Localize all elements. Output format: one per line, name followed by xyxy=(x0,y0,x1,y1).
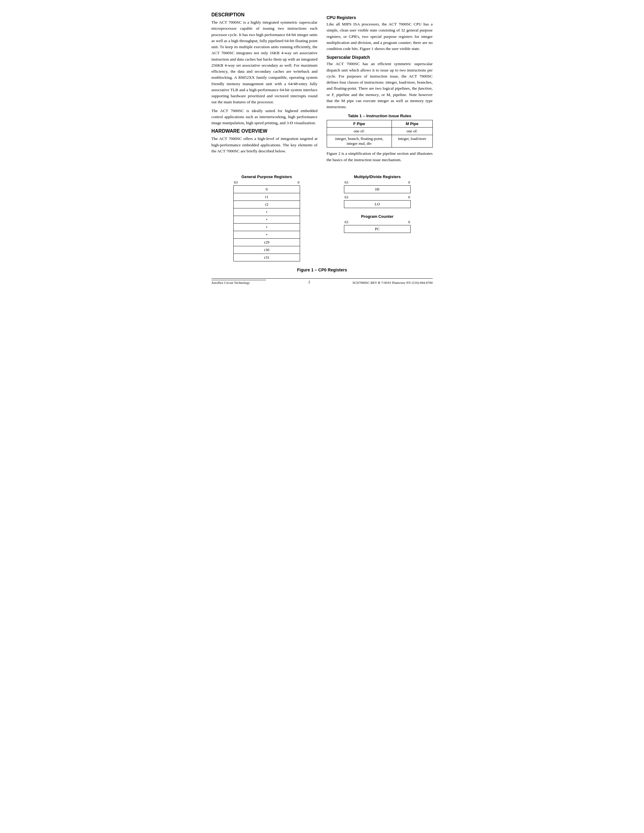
table-cell-mpipe-instructions: integer, load/store xyxy=(391,135,433,148)
gpr-cell: r2 xyxy=(233,201,300,208)
gpr-cell: • xyxy=(233,231,300,238)
lo-bit-high: 63 xyxy=(345,195,348,199)
gpr-bit-high: 63 xyxy=(234,180,238,185)
table-row: • xyxy=(233,208,300,215)
description-para-2: The ACT 7000SC is ideally suited for hig… xyxy=(211,108,317,126)
lo-bit-low: 0 xyxy=(408,195,410,199)
table-row: HI xyxy=(344,185,411,193)
hardware-overview-title: Hardware Overview xyxy=(211,129,317,134)
table-row: 0 xyxy=(233,185,300,193)
table-row: r1 xyxy=(233,193,300,201)
gpr-table: 0r1r2••••r29r30r31 xyxy=(233,185,300,261)
pc-bit-low: 0 xyxy=(408,220,410,224)
left-column: Description The ACT 7000SC is a highly i… xyxy=(211,12,317,166)
table-row: one of: one of: xyxy=(327,127,433,135)
hi-bit-low: 0 xyxy=(408,180,410,185)
gpr-bit-low: 0 xyxy=(298,180,299,185)
cpu-registers-title: CPU Registers xyxy=(327,15,433,20)
gpr-cell: r1 xyxy=(233,193,300,201)
table-header-fpipe: F Pipe xyxy=(327,120,391,127)
gpr-cell: • xyxy=(233,208,300,215)
table-row: • xyxy=(233,215,300,223)
table-row: • xyxy=(233,231,300,238)
description-para-1: The ACT 7000SC is a highly integrated sy… xyxy=(211,19,317,105)
table-cell-fpipe-instructions: integer, branch, floating-point,integer … xyxy=(327,135,391,148)
gpr-title: General Purpose Registers xyxy=(233,174,300,179)
table-row: • xyxy=(233,223,300,231)
lo-table: LO xyxy=(344,200,411,208)
superscalar-dispatch-para: The ACT 7000SC has an efficient symmetri… xyxy=(327,61,433,110)
table-cell-fpipe-oneof: one of: xyxy=(327,127,391,135)
table-row: integer, branch, floating-point,integer … xyxy=(327,135,433,148)
table-header-mpipe: M Pipe xyxy=(391,120,433,127)
gpr-cell: • xyxy=(233,215,300,223)
figures-section: General Purpose Registers 63 0 0r1r2••••… xyxy=(211,174,433,261)
table-row: r29 xyxy=(233,238,300,246)
hi-bit-high: 63 xyxy=(345,180,348,185)
table-row: LO xyxy=(344,200,411,208)
table-row: r2 xyxy=(233,201,300,208)
hi-cell: HI xyxy=(344,185,411,193)
gpr-cell: • xyxy=(233,223,300,231)
cpu-registers-para: Like all MIPS ISA processors, the ACT 70… xyxy=(327,21,433,52)
pc-bit-labels: 63 0 xyxy=(344,220,411,224)
gpr-cell: 0 xyxy=(233,185,300,193)
footer-company: Aeroflex Circuit Technology xyxy=(211,280,266,285)
figure-caption: Figure 1 – CP0 Registers xyxy=(211,267,433,272)
footer-page-number: 2 xyxy=(308,280,310,285)
gpr-cell: r30 xyxy=(233,246,300,254)
lo-cell: LO xyxy=(344,200,411,208)
pc-table: PC xyxy=(344,225,411,233)
gpr-cell: r29 xyxy=(233,238,300,246)
page: Description The ACT 7000SC is a highly i… xyxy=(211,12,433,285)
table1-note: Figure 2 is a simplification of the pipe… xyxy=(327,151,433,163)
right-column: CPU Registers Like all MIPS ISA processo… xyxy=(327,12,433,166)
multiply-divide-title: Multiply/Divide Registers xyxy=(344,174,411,179)
footer-doc-info: SCD7000SC REV B 7/30/01 Plainview NY (51… xyxy=(353,281,433,285)
gpr-diagram: General Purpose Registers 63 0 0r1r2••••… xyxy=(233,174,300,261)
superscalar-dispatch-title: Superscalar Dispatch xyxy=(327,55,433,60)
two-column-layout: Description The ACT 7000SC is a highly i… xyxy=(211,12,433,166)
description-title: Description xyxy=(211,12,317,18)
hi-bit-labels: 63 0 xyxy=(344,180,411,185)
program-counter-title: Program Counter xyxy=(344,214,411,219)
pc-bit-high: 63 xyxy=(345,220,348,224)
right-diagrams: Multiply/Divide Registers 63 0 HI 63 0 xyxy=(344,174,411,233)
hi-table: HI xyxy=(344,185,411,193)
issue-rules-table: F Pipe M Pipe one of: one of: integer, b… xyxy=(327,120,433,148)
table-cell-mpipe-oneof: one of: xyxy=(391,127,433,135)
table-row: PC xyxy=(344,225,411,233)
gpr-cell: r31 xyxy=(233,254,300,261)
table-row: r31 xyxy=(233,254,300,261)
footer-company-name: Aeroflex Circuit Technology xyxy=(211,281,250,285)
program-counter-diagram: Program Counter 63 0 PC xyxy=(344,214,411,233)
page-footer: Aeroflex Circuit Technology 2 SCD7000SC … xyxy=(211,278,433,285)
hardware-overview-para: The ACT 7000SC offers a high-level of in… xyxy=(211,136,317,154)
table1-title: Table 1 – Instruction Issue Rules xyxy=(327,114,433,118)
table-row: r30 xyxy=(233,246,300,254)
multiply-divide-diagram: Multiply/Divide Registers 63 0 HI 63 0 xyxy=(344,174,411,208)
pc-cell: PC xyxy=(344,225,411,233)
lo-bit-labels: 63 0 xyxy=(344,195,411,199)
gpr-bit-labels: 63 0 xyxy=(233,180,300,185)
